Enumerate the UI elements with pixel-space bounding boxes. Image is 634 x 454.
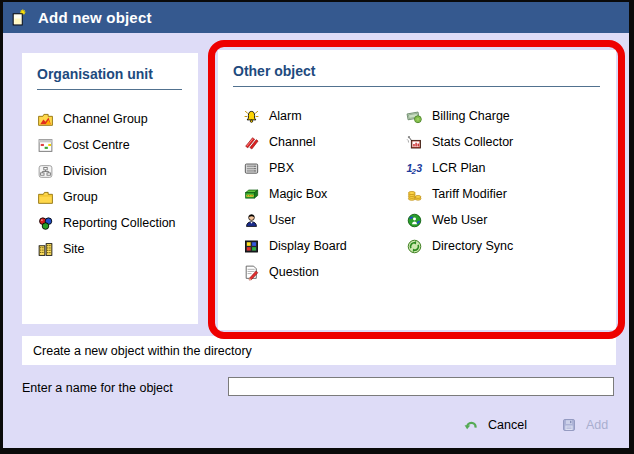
organisation-unit-heading: Organisation unit	[22, 53, 198, 82]
group-icon	[37, 189, 54, 206]
object-item-magic-box[interactable]: Magic Box	[243, 181, 406, 207]
organisation-unit-list: Channel Group Cost Centre	[22, 106, 198, 262]
object-item-directory-sync[interactable]: Directory Sync	[406, 233, 513, 259]
other-object-columns: Alarm Channel	[218, 87, 616, 285]
object-item-label: Stats Collector	[432, 135, 513, 149]
object-item-pbx[interactable]: PBX	[243, 155, 406, 181]
stats-collector-icon	[406, 134, 423, 151]
object-item-lcr-plan[interactable]: 1 2 3 LCR Plan	[406, 155, 513, 181]
object-item-alarm[interactable]: Alarm	[243, 103, 406, 129]
heading-rule	[37, 89, 182, 90]
add-button-label: Add	[586, 418, 608, 432]
other-object-list-col1: Alarm Channel	[218, 103, 406, 285]
cancel-button-label: Cancel	[488, 418, 527, 432]
other-object-panel: Other object	[218, 50, 616, 330]
object-item-question[interactable]: Question	[243, 259, 406, 285]
dialog-titlebar: Add new object	[3, 2, 629, 33]
cancel-button[interactable]: Cancel	[463, 417, 527, 433]
object-item-label: Question	[269, 265, 319, 279]
lcr-plan-icon: 1 2 3	[406, 160, 423, 177]
object-item-cost-centre[interactable]: Cost Centre	[22, 132, 198, 158]
pbx-icon	[243, 160, 260, 177]
object-item-label: Alarm	[269, 109, 302, 123]
object-item-label: Channel Group	[63, 112, 148, 126]
object-item-billing-charge[interactable]: Billing Charge	[406, 103, 513, 129]
other-object-list-col2: Billing Charge	[406, 103, 513, 285]
object-item-label: User	[269, 213, 295, 227]
user-icon	[243, 212, 260, 229]
screenshot-frame: Add new object Organisation unit Channel…	[0, 0, 634, 454]
object-item-stats-collector[interactable]: Stats Collector	[406, 129, 513, 155]
object-item-label: Web User	[432, 213, 487, 227]
channel-icon	[243, 134, 260, 151]
object-item-label: Site	[63, 242, 85, 256]
cost-centre-icon	[37, 137, 54, 154]
object-item-label: PBX	[269, 161, 294, 175]
object-item-label: LCR Plan	[432, 161, 486, 175]
info-bar: Create a new object within the directory	[22, 336, 616, 365]
object-item-label: Display Board	[269, 239, 347, 253]
directory-sync-icon	[406, 238, 423, 255]
object-name-input[interactable]	[228, 377, 614, 396]
object-item-label: Channel	[269, 135, 316, 149]
cancel-icon	[463, 417, 479, 433]
add-button[interactable]: Add	[561, 417, 608, 433]
web-user-icon	[406, 212, 423, 229]
channel-group-icon	[37, 111, 54, 128]
object-item-label: Tariff Modifier	[432, 187, 507, 201]
other-object-heading: Other object	[218, 50, 616, 79]
object-item-user[interactable]: User	[243, 207, 406, 233]
object-name-label: Enter a name for the object	[22, 381, 173, 395]
object-item-label: Group	[63, 190, 98, 204]
site-icon	[37, 241, 54, 258]
object-item-reporting-collection[interactable]: Reporting Collection	[22, 210, 198, 236]
alarm-icon	[243, 108, 260, 125]
object-item-label: Cost Centre	[63, 138, 130, 152]
magic-box-icon	[243, 186, 260, 203]
object-item-label: Reporting Collection	[63, 216, 176, 230]
division-icon	[37, 163, 54, 180]
object-item-site[interactable]: Site	[22, 236, 198, 262]
object-item-label: Billing Charge	[432, 109, 510, 123]
object-item-web-user[interactable]: Web User	[406, 207, 513, 233]
billing-charge-icon	[406, 108, 423, 125]
add-new-object-dialog: Add new object Organisation unit Channel…	[3, 2, 629, 448]
object-item-group[interactable]: Group	[22, 184, 198, 210]
tariff-modifier-icon	[406, 186, 423, 203]
reporting-collection-icon	[37, 215, 54, 232]
organisation-unit-panel: Organisation unit Channel Group	[22, 53, 198, 324]
object-item-channel-group[interactable]: Channel Group	[22, 106, 198, 132]
object-item-division[interactable]: Division	[22, 158, 198, 184]
question-icon	[243, 264, 260, 281]
object-item-tariff-modifier[interactable]: Tariff Modifier	[406, 181, 513, 207]
object-item-label: Magic Box	[269, 187, 327, 201]
object-item-label: Directory Sync	[432, 239, 513, 253]
save-disk-icon	[561, 417, 577, 433]
svg-text:3: 3	[416, 162, 422, 174]
object-item-display-board[interactable]: Display Board	[243, 233, 406, 259]
dialog-title: Add new object	[38, 9, 152, 26]
new-object-icon	[10, 6, 27, 29]
info-bar-text: Create a new object within the directory	[33, 344, 252, 358]
object-item-channel[interactable]: Channel	[243, 129, 406, 155]
object-item-label: Division	[63, 164, 107, 178]
display-board-icon	[243, 238, 260, 255]
